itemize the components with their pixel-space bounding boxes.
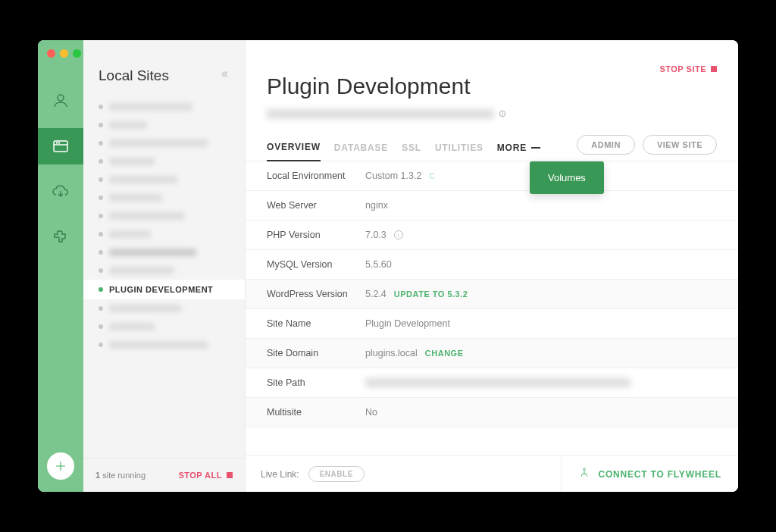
redacted-text [109, 121, 147, 129]
tab-overview[interactable]: OVERVIEW [267, 134, 321, 161]
rail-item-sites[interactable] [38, 128, 83, 164]
rail-item-addons[interactable] [38, 219, 83, 255]
live-link-label: Live Link: [261, 469, 299, 480]
flywheel-icon [578, 467, 590, 481]
row-label: Site Name [267, 318, 365, 329]
change-domain-link[interactable]: CHANGE [425, 349, 464, 358]
sidebar-footer: 1 site running STOP ALL [83, 458, 245, 492]
minus-icon [531, 147, 540, 149]
more-dropdown-volumes[interactable]: Volumes [530, 161, 604, 194]
list-item[interactable] [83, 152, 245, 171]
row-mysql-version: MySQL Version 5.5.60 [246, 250, 738, 280]
svg-point-4 [59, 142, 60, 143]
status-dot [99, 159, 103, 164]
tabs: OVERVIEW DATABASE SSL UTILITIES MORE ADM… [246, 134, 738, 161]
maximize-window-button[interactable] [73, 49, 81, 58]
row-site-path: Site Path [246, 368, 738, 398]
row-value: nginx [365, 200, 388, 211]
sidebar-header: Local Sites [83, 40, 245, 93]
rail-item-cloud[interactable] [38, 174, 83, 210]
server-icon [52, 137, 70, 155]
redacted-text [109, 267, 174, 274]
add-site-button[interactable] [47, 452, 74, 480]
list-item[interactable] [83, 171, 245, 189]
rail-item-account[interactable] [38, 83, 83, 119]
sidebar: Local Sites PLUGIN DEVELOPMENT 1 site ru… [83, 40, 246, 492]
admin-button[interactable]: ADMIN [577, 135, 635, 155]
list-item[interactable] [83, 116, 245, 134]
list-item[interactable] [83, 261, 245, 280]
list-item[interactable] [83, 98, 245, 116]
tab-utilities[interactable]: UTILITIES [435, 135, 483, 161]
tab-ssl[interactable]: SSL [402, 135, 421, 161]
tab-more[interactable]: MORE [497, 135, 540, 161]
list-item[interactable] [83, 299, 245, 318]
list-item[interactable] [83, 336, 245, 354]
row-value: 5.2.4UPDATE TO 5.3.2 [365, 289, 468, 299]
list-item[interactable] [83, 243, 245, 261]
status-dot [99, 306, 103, 311]
enable-live-link-button[interactable]: ENABLE [308, 466, 365, 482]
user-icon [52, 92, 70, 110]
row-label: Local Environment [267, 171, 365, 181]
status-dot [99, 177, 103, 182]
stop-icon [711, 66, 717, 72]
row-value: 5.5.60 [365, 259, 392, 270]
row-web-server: Web Server nginx [246, 191, 738, 221]
site-list: PLUGIN DEVELOPMENT [83, 93, 245, 458]
collapse-sidebar-button[interactable] [219, 69, 230, 83]
redacted-text [109, 230, 151, 238]
row-label: Site Domain [267, 348, 365, 358]
status-dot [99, 141, 103, 146]
redacted-text [109, 323, 155, 330]
row-php-version: PHP Version 7.0.3i [246, 221, 738, 250]
nav-rail [38, 40, 83, 492]
site-title: Plugin Development [267, 74, 717, 99]
svg-point-3 [57, 142, 58, 143]
row-label: MySQL Version [267, 259, 365, 270]
redacted-text [109, 305, 181, 312]
traffic-lights [47, 49, 81, 58]
redacted-text [109, 194, 162, 202]
main-header: STOP SITE Plugin Development [246, 40, 738, 134]
sidebar-title: Local Sites [99, 67, 169, 84]
status-dot [99, 123, 103, 127]
list-item[interactable] [83, 134, 245, 152]
chevron-right-icon[interactable] [499, 107, 506, 120]
bottom-bar: Live Link: ENABLE CONNECT TO FLYWHEEL [246, 455, 738, 492]
list-item[interactable] [83, 318, 245, 336]
connect-flywheel-button[interactable]: CONNECT TO FLYWHEEL [561, 456, 738, 492]
change-link[interactable]: C [429, 171, 435, 180]
stop-site-button[interactable]: STOP SITE [659, 64, 717, 74]
info-icon[interactable]: i [394, 230, 403, 239]
status-dot [99, 268, 103, 273]
list-item[interactable] [83, 207, 245, 225]
list-item[interactable] [83, 189, 245, 207]
minimize-window-button[interactable] [60, 49, 68, 58]
row-site-name: Site Name Plugin Development [246, 309, 738, 339]
status-dot [99, 196, 103, 200]
view-site-button[interactable]: VIEW SITE [643, 135, 717, 155]
svg-point-8 [584, 468, 586, 471]
status-dot [99, 214, 103, 218]
redacted-text [109, 139, 208, 147]
row-label: Site Path [267, 377, 365, 388]
live-link-section: Live Link: ENABLE [246, 456, 380, 492]
sidebar-item-label: PLUGIN DEVELOPMENT [109, 285, 213, 294]
stop-all-button[interactable]: STOP ALL [178, 471, 233, 480]
row-value: plugins.localCHANGE [365, 348, 463, 358]
update-wordpress-link[interactable]: UPDATE TO 5.3.2 [394, 289, 468, 299]
row-value [365, 378, 630, 387]
sidebar-item-plugin-development[interactable]: PLUGIN DEVELOPMENT [83, 280, 245, 299]
row-label: Web Server [267, 200, 365, 211]
puzzle-icon [52, 228, 70, 246]
row-value: Plugin Development [365, 318, 450, 329]
redacted-text [267, 109, 494, 119]
redacted-text [365, 378, 630, 387]
tab-database[interactable]: DATABASE [334, 135, 388, 161]
details: Local Environment Custom 1.3.2C Web Serv… [246, 161, 738, 455]
close-window-button[interactable] [47, 49, 55, 58]
status-dot [99, 232, 103, 236]
list-item[interactable] [83, 225, 245, 243]
redacted-text [109, 158, 155, 165]
